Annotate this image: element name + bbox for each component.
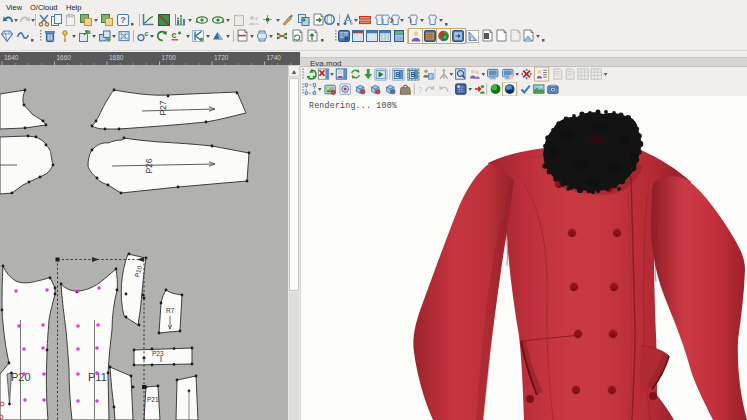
svg-text:B: B: [395, 71, 400, 78]
svg-text:1640: 1640: [4, 54, 19, 61]
svg-text:1660: 1660: [57, 54, 72, 61]
svg-text:1700: 1700: [162, 54, 177, 61]
svg-text:B: B: [410, 71, 415, 78]
svg-text:?: ?: [418, 85, 423, 95]
svg-text:P27: P27: [158, 100, 168, 115]
svg-text:Rendering... 100%: Rendering... 100%: [309, 101, 397, 110]
svg-text:1740: 1740: [267, 54, 282, 61]
svg-text:P20: P20: [11, 371, 31, 383]
svg-text:P26: P26: [144, 158, 154, 173]
svg-text:1680: 1680: [109, 54, 124, 61]
svg-text:R7: R7: [166, 307, 175, 314]
svg-text:1720: 1720: [214, 54, 229, 61]
svg-text:P21: P21: [147, 396, 159, 403]
svg-text:c: c: [172, 30, 177, 40]
svg-text:c: c: [144, 30, 148, 37]
svg-text:P23: P23: [152, 350, 164, 357]
svg-text:?: ?: [120, 15, 126, 25]
